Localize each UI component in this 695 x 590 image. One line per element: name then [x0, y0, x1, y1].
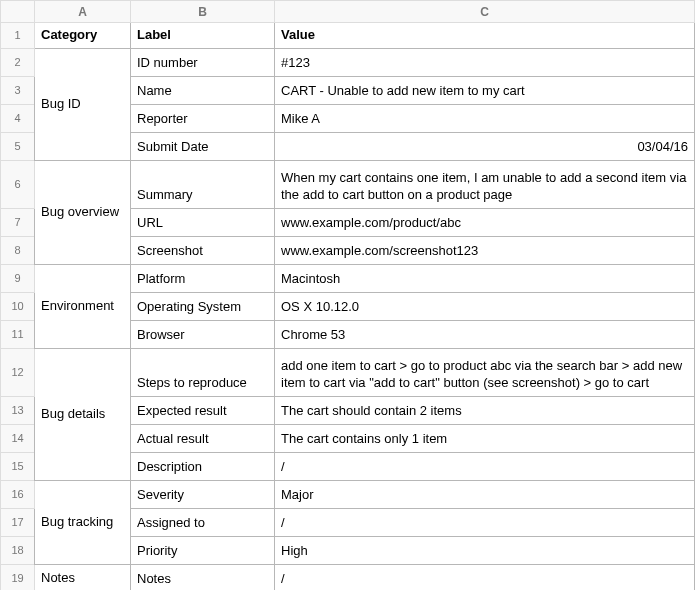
- row-header[interactable]: 12: [1, 348, 35, 396]
- row-header[interactable]: 8: [1, 236, 35, 264]
- row-header[interactable]: 9: [1, 264, 35, 292]
- label-cell[interactable]: Browser: [131, 320, 275, 348]
- label-cell[interactable]: Description: [131, 452, 275, 480]
- value-cell[interactable]: When my cart contains one item, I am una…: [275, 160, 695, 208]
- category-cell[interactable]: Environment: [35, 264, 131, 348]
- row-header[interactable]: 19: [1, 564, 35, 590]
- value-cell[interactable]: Major: [275, 480, 695, 508]
- label-cell[interactable]: Operating System: [131, 292, 275, 320]
- table-row: 12Bug detailsSteps to reproduceadd one i…: [1, 348, 695, 396]
- label-cell[interactable]: Submit Date: [131, 132, 275, 160]
- column-header-row: A B C: [1, 1, 695, 23]
- value-cell[interactable]: /: [275, 452, 695, 480]
- value-cell[interactable]: www.example.com/screenshot123: [275, 236, 695, 264]
- value-cell[interactable]: 03/04/16: [275, 132, 695, 160]
- category-cell[interactable]: Bug overview: [35, 160, 131, 264]
- value-cell[interactable]: #123: [275, 48, 695, 76]
- label-cell[interactable]: Actual result: [131, 424, 275, 452]
- label-cell[interactable]: Notes: [131, 564, 275, 590]
- table-row: 9EnvironmentPlatformMacintosh: [1, 264, 695, 292]
- col-header-a[interactable]: A: [35, 1, 131, 23]
- value-cell[interactable]: CART - Unable to add new item to my cart: [275, 76, 695, 104]
- row-header[interactable]: 17: [1, 508, 35, 536]
- row-header[interactable]: 11: [1, 320, 35, 348]
- header-cell[interactable]: Category: [35, 23, 131, 49]
- table-row: 19NotesNotes/: [1, 564, 695, 590]
- row-header[interactable]: 3: [1, 76, 35, 104]
- spreadsheet-grid[interactable]: A B C 1CategoryLabelValue2Bug IDID numbe…: [0, 0, 695, 590]
- value-cell[interactable]: OS X 10.12.0: [275, 292, 695, 320]
- table-row: 2Bug IDID number#123: [1, 48, 695, 76]
- value-cell[interactable]: High: [275, 536, 695, 564]
- category-cell[interactable]: Bug details: [35, 348, 131, 480]
- row-header[interactable]: 18: [1, 536, 35, 564]
- header-cell[interactable]: Value: [275, 23, 695, 49]
- row-header[interactable]: 5: [1, 132, 35, 160]
- row-header[interactable]: 4: [1, 104, 35, 132]
- label-cell[interactable]: Severity: [131, 480, 275, 508]
- label-cell[interactable]: Assigned to: [131, 508, 275, 536]
- label-cell[interactable]: Expected result: [131, 396, 275, 424]
- value-cell[interactable]: Macintosh: [275, 264, 695, 292]
- value-cell[interactable]: The cart should contain 2 items: [275, 396, 695, 424]
- value-cell[interactable]: Chrome 53: [275, 320, 695, 348]
- col-header-c[interactable]: C: [275, 1, 695, 23]
- table-header-row: 1CategoryLabelValue: [1, 23, 695, 49]
- row-header[interactable]: 6: [1, 160, 35, 208]
- col-header-b[interactable]: B: [131, 1, 275, 23]
- row-header[interactable]: 16: [1, 480, 35, 508]
- value-cell[interactable]: The cart contains only 1 item: [275, 424, 695, 452]
- category-cell[interactable]: Bug ID: [35, 48, 131, 160]
- value-cell[interactable]: www.example.com/product/abc: [275, 208, 695, 236]
- label-cell[interactable]: Summary: [131, 160, 275, 208]
- row-header[interactable]: 14: [1, 424, 35, 452]
- corner-cell[interactable]: [1, 1, 35, 23]
- label-cell[interactable]: Reporter: [131, 104, 275, 132]
- row-header[interactable]: 10: [1, 292, 35, 320]
- value-cell[interactable]: Mike A: [275, 104, 695, 132]
- label-cell[interactable]: Name: [131, 76, 275, 104]
- label-cell[interactable]: Priority: [131, 536, 275, 564]
- value-cell[interactable]: add one item to cart > go to product abc…: [275, 348, 695, 396]
- label-cell[interactable]: Platform: [131, 264, 275, 292]
- category-cell[interactable]: Notes: [35, 564, 131, 590]
- row-header[interactable]: 15: [1, 452, 35, 480]
- table-row: 6Bug overviewSummaryWhen my cart contain…: [1, 160, 695, 208]
- label-cell[interactable]: URL: [131, 208, 275, 236]
- header-cell[interactable]: Label: [131, 23, 275, 49]
- row-header[interactable]: 2: [1, 48, 35, 76]
- value-cell[interactable]: /: [275, 564, 695, 590]
- label-cell[interactable]: ID number: [131, 48, 275, 76]
- table-row: 16Bug trackingSeverityMajor: [1, 480, 695, 508]
- label-cell[interactable]: Steps to reproduce: [131, 348, 275, 396]
- value-cell[interactable]: /: [275, 508, 695, 536]
- label-cell[interactable]: Screenshot: [131, 236, 275, 264]
- row-header[interactable]: 7: [1, 208, 35, 236]
- row-header[interactable]: 1: [1, 23, 35, 49]
- category-cell[interactable]: Bug tracking: [35, 480, 131, 564]
- row-header[interactable]: 13: [1, 396, 35, 424]
